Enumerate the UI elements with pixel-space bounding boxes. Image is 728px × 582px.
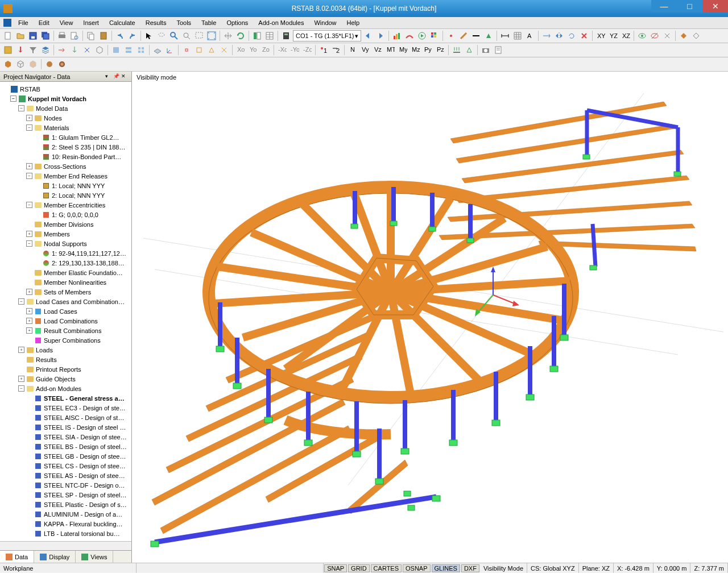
save-all-icon[interactable] bbox=[40, 30, 51, 41]
camera-icon[interactable] bbox=[480, 44, 491, 56]
xz-icon[interactable]: XZ bbox=[620, 30, 631, 41]
tree-module-steel-cs[interactable]: STEEL CS - Design of stee… bbox=[0, 461, 131, 471]
menu-tools[interactable]: Tools bbox=[172, 18, 196, 27]
label-minus-x-icon[interactable]: -Xo bbox=[276, 44, 288, 56]
tree-module-steel-ec3[interactable]: STEEL EC3 - Design of ste… bbox=[0, 403, 131, 413]
tree-module-steel-plastic[interactable]: STEEL Plastic - Design of s… bbox=[0, 500, 131, 509]
show-n-icon[interactable]: N bbox=[347, 44, 358, 56]
shade-flat-icon[interactable] bbox=[44, 59, 55, 70]
snap-icon[interactable] bbox=[181, 44, 192, 56]
tree-ecc-1[interactable]: 1: G; 0,0,0; 0,0,0 bbox=[0, 210, 131, 219]
calculate-icon[interactable] bbox=[280, 30, 292, 41]
redo-icon[interactable] bbox=[127, 30, 138, 41]
line-tool-icon[interactable] bbox=[470, 30, 482, 41]
navigator-tab-display[interactable]: Display bbox=[34, 551, 76, 563]
tree-load-combinations[interactable]: +Load Combinations bbox=[0, 316, 131, 326]
maximize-button[interactable]: □ bbox=[677, 0, 702, 13]
text-tool-icon[interactable]: A bbox=[524, 30, 536, 41]
show-supports-icon[interactable] bbox=[464, 44, 475, 56]
shade-gouraud-icon[interactable] bbox=[56, 59, 68, 70]
model-viewport[interactable]: Visibility mode bbox=[132, 72, 728, 563]
render-solid-icon[interactable] bbox=[2, 59, 14, 70]
view-1-icon[interactable] bbox=[110, 44, 122, 56]
open-icon[interactable] bbox=[15, 30, 26, 41]
tree-results[interactable]: Results bbox=[0, 355, 131, 364]
tree-ns-2[interactable]: 2: 129,130,133-138,188… bbox=[0, 258, 131, 268]
label-x-icon[interactable]: Xo bbox=[235, 44, 246, 56]
tree-materials[interactable]: −Materials bbox=[0, 123, 131, 132]
tree-module-steel-ntc[interactable]: STEEL NTC-DF - Design o… bbox=[0, 480, 131, 490]
node-tool-icon[interactable] bbox=[445, 30, 457, 41]
tree-module-steel[interactable]: STEEL - General stress a… bbox=[0, 393, 131, 403]
tree-module-kappa[interactable]: KAPPA - Flexural buckling… bbox=[0, 519, 131, 529]
print-icon[interactable] bbox=[56, 30, 68, 41]
zoom-icon[interactable] bbox=[181, 30, 192, 41]
tree-nodal-supports[interactable]: −Nodal Supports bbox=[0, 239, 131, 248]
rotate-icon[interactable] bbox=[235, 30, 246, 41]
report-icon[interactable] bbox=[493, 44, 504, 56]
tree-module-steel-bs[interactable]: STEEL BS - Design of steel… bbox=[0, 442, 131, 451]
dim-icon[interactable] bbox=[499, 30, 511, 41]
render-wire-icon[interactable] bbox=[15, 59, 26, 70]
label-z-icon[interactable]: Zo bbox=[260, 44, 271, 56]
print-preview-icon[interactable] bbox=[69, 30, 80, 41]
tree-module-steel-sp[interactable]: STEEL SP - Design of steel… bbox=[0, 490, 131, 500]
load-arrow-icon[interactable] bbox=[15, 44, 26, 56]
menu-table[interactable]: Table bbox=[197, 18, 221, 27]
app-menu-icon[interactable] bbox=[3, 19, 11, 27]
show-vz-icon[interactable]: Vz bbox=[372, 44, 383, 56]
zoom-window-icon[interactable] bbox=[193, 30, 205, 41]
close-button[interactable]: ✕ bbox=[702, 0, 728, 13]
tree-member-eccentricities[interactable]: −Member Eccentricities bbox=[0, 200, 131, 210]
member-tool-icon[interactable] bbox=[458, 30, 469, 41]
mirror-tool-icon[interactable] bbox=[553, 30, 565, 41]
show-py-icon[interactable]: Py bbox=[422, 44, 433, 56]
tree-mat-2[interactable]: 2: Steel S 235 | DIN 188… bbox=[0, 142, 131, 152]
move-tool-icon[interactable] bbox=[541, 30, 552, 41]
tree-model-data[interactable]: −Model Data bbox=[0, 103, 131, 113]
xy-icon[interactable]: XY bbox=[595, 30, 606, 41]
yz-icon[interactable]: YZ bbox=[607, 30, 619, 41]
rotate-tool-icon[interactable] bbox=[566, 30, 577, 41]
colors-icon[interactable] bbox=[429, 30, 440, 41]
navigator-pin-icon[interactable]: ▾ bbox=[105, 73, 112, 80]
label-minus-z-icon[interactable]: -Zo bbox=[301, 44, 313, 56]
status-snap-button[interactable]: SNAP bbox=[324, 564, 347, 572]
tree-module-steel-as[interactable]: STEEL AS - Design of stee… bbox=[0, 471, 131, 480]
tree-load-cases-combinations[interactable]: −Load Cases and Combination… bbox=[0, 297, 131, 306]
tree-mat-10[interactable]: 10: Resin-Bonded Part… bbox=[0, 152, 131, 161]
wireframe-icon[interactable] bbox=[690, 30, 702, 41]
animate-icon[interactable] bbox=[416, 30, 428, 41]
label-minus-y-icon[interactable]: -Yo bbox=[289, 44, 300, 56]
osnap-int-icon[interactable] bbox=[218, 44, 230, 56]
menu-calculate[interactable]: Calculate bbox=[105, 18, 140, 27]
tree-mer-1[interactable]: 1: Local; NNN YYY bbox=[0, 181, 131, 190]
render-icon[interactable] bbox=[678, 30, 689, 41]
tree-load-cases[interactable]: +Load Cases bbox=[0, 306, 131, 316]
menu-options[interactable]: Options bbox=[222, 18, 253, 27]
tree-member-elastic-foundation[interactable]: Member Elastic Foundatio… bbox=[0, 268, 131, 277]
status-cartes-button[interactable]: CARTES bbox=[371, 564, 402, 572]
save-icon[interactable] bbox=[27, 30, 39, 41]
tree-addon-modules[interactable]: −Add-on Modules bbox=[0, 384, 131, 393]
tree-module-aluminium[interactable]: ALUMINIUM - Design of a… bbox=[0, 509, 131, 519]
delete-icon[interactable] bbox=[578, 30, 590, 41]
menu-edit[interactable]: Edit bbox=[34, 18, 54, 27]
navigator-icon[interactable] bbox=[251, 30, 263, 41]
show-my-icon[interactable]: My bbox=[397, 44, 408, 56]
vis-invert-icon[interactable] bbox=[661, 30, 673, 41]
menu-results[interactable]: Results bbox=[141, 18, 171, 27]
menu-file[interactable]: File bbox=[14, 18, 33, 27]
tree-project[interactable]: −Kuppel mit Vordach bbox=[0, 94, 131, 103]
osnap-end-icon[interactable] bbox=[193, 44, 205, 56]
menu-window[interactable]: Window bbox=[309, 18, 341, 27]
vis-show-icon[interactable] bbox=[636, 30, 648, 41]
next-lc-icon[interactable] bbox=[375, 30, 386, 41]
view-iso-icon[interactable] bbox=[94, 44, 105, 56]
tree-loads[interactable]: +Loads bbox=[0, 345, 131, 355]
ucs-icon[interactable] bbox=[164, 44, 176, 56]
table-icon[interactable] bbox=[264, 30, 275, 41]
vis-hide-icon[interactable] bbox=[649, 30, 660, 41]
osnap-mid-icon[interactable] bbox=[206, 44, 217, 56]
view-4-icon[interactable] bbox=[135, 44, 147, 56]
